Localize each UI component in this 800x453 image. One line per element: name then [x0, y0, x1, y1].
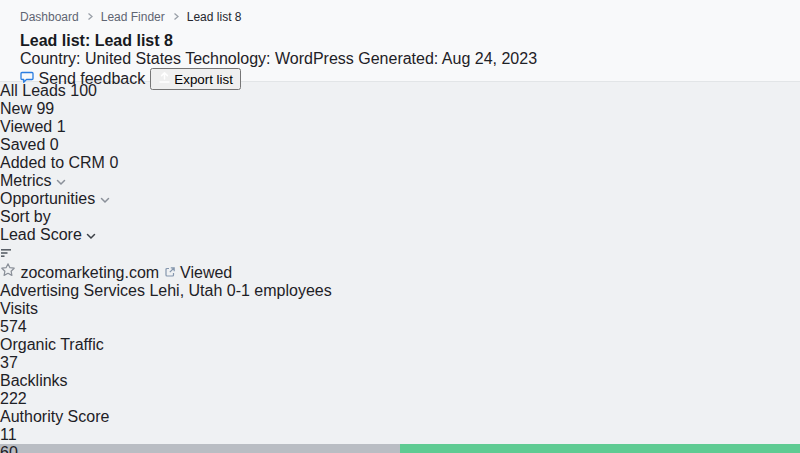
tab-count: 99 [36, 100, 54, 117]
breadcrumb: Dashboard Lead Finder Lead list 8 [20, 10, 784, 24]
lead-score-value: 60 [0, 444, 800, 453]
sort-direction-button[interactable] [0, 244, 800, 262]
lead-status-tabs: All Leads 100 New 99 Viewed 1 Saved 0 Ad… [0, 82, 800, 172]
lead-card-zocomarketing: zocomarketing.com Viewed Advertising Ser… [0, 262, 800, 453]
tab-viewed[interactable]: Viewed 1 [0, 118, 800, 136]
lead-industry: Advertising Services [0, 282, 145, 299]
chevron-down-icon [56, 172, 66, 189]
page-title-value: Lead list 8 [95, 32, 173, 49]
lead-metrics-row: Visits 574 Organic Traffic 37 Backlinks … [0, 300, 800, 444]
sort-controls: Sort by Lead Score [0, 208, 800, 262]
leads-toolbar: All Leads 100 New 99 Viewed 1 Saved 0 Ad… [0, 82, 800, 262]
metric-visits: Visits 574 [0, 300, 800, 336]
tab-count: 0 [50, 136, 59, 153]
sort-select[interactable]: Lead Score [0, 226, 800, 244]
tab-new[interactable]: New 99 [0, 100, 800, 118]
tab-label: Added to CRM [0, 154, 105, 171]
export-list-label: Export list [174, 72, 233, 87]
metric-value: 574 [0, 318, 800, 336]
page-title: Lead list: Lead list 8 [20, 32, 784, 50]
feedback-bubble-icon [20, 70, 34, 87]
filter-generated: Generated: Aug 24, 2023 [358, 50, 537, 67]
tab-label: Saved [0, 136, 45, 153]
breadcrumb-lead-list-8: Lead list 8 [187, 10, 242, 24]
opportunities-filter-button[interactable]: Opportunities [0, 190, 800, 208]
send-feedback-link[interactable]: Send feedback [20, 70, 150, 87]
metric-organic-traffic: Organic Traffic 37 [0, 336, 800, 372]
chevron-right-icon [172, 10, 180, 24]
metric-label: Organic Traffic [0, 336, 800, 354]
lead-score-gauge: 60 [0, 444, 800, 453]
tab-saved[interactable]: Saved 0 [0, 136, 800, 154]
tab-added-to-crm[interactable]: Added to CRM 0 [0, 154, 800, 172]
lead-score-panel: 60 4 opportunities View details [0, 444, 800, 453]
metric-label: Backlinks [0, 372, 800, 390]
list-filters: Country: United States Technology: WordP… [20, 50, 784, 68]
external-link-icon[interactable] [164, 264, 176, 281]
upload-icon [158, 72, 171, 87]
tab-count: 1 [57, 118, 66, 135]
page-title-label: Lead list: [20, 32, 90, 49]
lead-meta: Advertising Services Lehi, Utah 0-1 empl… [0, 282, 800, 300]
lead-domain-link[interactable]: zocomarketing.com [20, 264, 159, 281]
tab-label: New [0, 100, 32, 117]
viewed-badge: Viewed [180, 264, 232, 281]
tab-count: 0 [109, 154, 118, 171]
metrics-filter-button[interactable]: Metrics [0, 172, 800, 190]
filter-technology: Technology: WordPress [185, 50, 354, 67]
metrics-filter-label: Metrics [0, 172, 52, 189]
chevron-down-icon [100, 190, 110, 207]
lead-finder-page: { "breadcrumb": { "items": ["Dashboard",… [0, 0, 800, 453]
chevron-down-icon [86, 226, 96, 243]
lead-card-main: zocomarketing.com Viewed Advertising Ser… [0, 262, 800, 444]
lead-list: zocomarketing.com Viewed Advertising Ser… [0, 262, 800, 453]
metric-label: Visits [0, 300, 800, 318]
metric-label: Authority Score [0, 408, 800, 426]
lead-location: Lehi, Utah [149, 282, 222, 299]
tab-label: Viewed [0, 118, 52, 135]
send-feedback-label: Send feedback [38, 70, 145, 87]
lead-card-header: zocomarketing.com Viewed Advertising Ser… [0, 262, 800, 300]
breadcrumb-lead-finder[interactable]: Lead Finder [101, 10, 165, 24]
opportunities-filter-label: Opportunities [0, 190, 95, 207]
page-header: Dashboard Lead Finder Lead list 8 Lead l… [0, 0, 800, 82]
metric-value: 11 [0, 426, 800, 444]
star-icon[interactable] [0, 264, 16, 281]
chevron-right-icon [86, 10, 94, 24]
filter-country: Country: United States [20, 50, 181, 67]
lead-employees: 0-1 employees [227, 282, 332, 299]
sort-selected-value: Lead Score [0, 226, 82, 243]
header-actions: Send feedback Export list [20, 68, 784, 90]
metric-value: 37 [0, 354, 800, 372]
metric-authority-score: Authority Score 11 [0, 408, 800, 444]
metric-backlinks: Backlinks 222 [0, 372, 800, 408]
sort-descending-icon [0, 244, 12, 261]
metric-value: 222 [0, 390, 800, 408]
export-list-button[interactable]: Export list [150, 68, 241, 90]
sort-by-label: Sort by [0, 208, 51, 225]
breadcrumb-dashboard[interactable]: Dashboard [20, 10, 79, 24]
